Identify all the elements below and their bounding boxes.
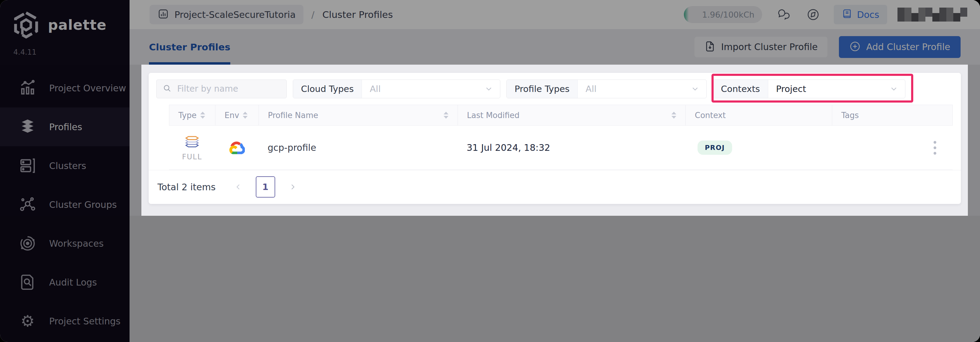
bar-chart-icon	[18, 78, 38, 98]
profile-type-cell: FULL	[169, 134, 215, 161]
cloud-types-value: All	[370, 84, 381, 94]
sidebar-item-label: Audit Logs	[49, 277, 97, 288]
column-header-env[interactable]: Env	[215, 105, 258, 125]
column-label: Context	[695, 111, 726, 120]
topbar: Project-ScaleSecureTutoria / Cluster Pro…	[130, 0, 980, 29]
contexts-select[interactable]: Contexts Project	[713, 80, 905, 98]
sidebar-item-profiles[interactable]: Profiles	[0, 107, 130, 146]
previous-page-button[interactable]	[232, 180, 245, 194]
server-rack-icon	[18, 156, 38, 176]
chevron-down-icon	[484, 84, 493, 94]
redacted-username	[897, 8, 967, 22]
gear-icon: ⚙	[18, 311, 38, 331]
column-label: Env	[224, 111, 239, 120]
context-cell: PROJ	[686, 140, 832, 155]
sidebar-item-label: Project Settings	[49, 316, 121, 326]
chevron-down-icon	[889, 84, 898, 94]
column-label: Last Modified	[467, 111, 519, 120]
chevron-down-icon	[690, 84, 700, 94]
tab-label: Cluster Profiles	[149, 41, 230, 52]
breadcrumb-project-name: Project-ScaleSecureTutoria	[175, 10, 296, 20]
column-label: Tags	[842, 111, 859, 120]
chat-bubbles-icon	[777, 8, 790, 21]
profile-types-select[interactable]: Profile Types All	[506, 80, 706, 98]
sidebar-item-project-overview[interactable]: Project Overview	[0, 68, 130, 107]
add-button-label: Add Cluster Profile	[866, 41, 950, 52]
app-name: palette	[48, 17, 107, 33]
chat-button[interactable]	[775, 6, 792, 23]
sidebar-item-audit-logs[interactable]: Audit Logs	[0, 263, 130, 302]
sort-arrows-icon[interactable]	[444, 112, 449, 119]
chevron-left-icon	[234, 182, 243, 191]
sidebar-item-workspaces[interactable]: Workspaces	[0, 224, 130, 263]
plus-circle-icon	[849, 41, 861, 53]
docs-button[interactable]: Docs	[834, 5, 887, 24]
docs-label: Docs	[857, 10, 879, 20]
sidebar-nav: Project Overview Profiles	[0, 68, 130, 340]
profile-type-label: FULL	[182, 153, 202, 161]
report-chart-icon	[158, 8, 169, 21]
book-icon	[842, 8, 853, 21]
breadcrumb-current-page: Cluster Profiles	[322, 9, 393, 20]
total-items-label: Total 2 items	[158, 182, 216, 192]
profile-name-cell[interactable]: gcp-profile	[258, 142, 458, 153]
page-body: Cloud Types All Profile Types All	[130, 65, 980, 342]
row-actions-kebab-icon[interactable]	[932, 139, 938, 156]
breadcrumb-separator: /	[311, 10, 314, 20]
cloud-types-select[interactable]: Cloud Types All	[293, 80, 500, 98]
audit-doc-icon	[18, 272, 38, 292]
column-header-last-modified[interactable]: Last Modified	[458, 105, 686, 125]
usage-meter: 1.96/100kCh	[684, 6, 762, 23]
filter-bar: Cloud Types All Profile Types All	[149, 73, 961, 105]
search-input[interactable]	[177, 83, 280, 94]
table-row[interactable]: FULL gcp-profile	[169, 126, 953, 170]
tab-header: Cluster Profiles Import Cluster Profile	[130, 29, 980, 65]
compass-icon	[807, 8, 820, 21]
column-label: Profile Name	[268, 111, 318, 120]
sidebar-item-label: Workspaces	[49, 238, 104, 249]
import-cluster-profile-button[interactable]: Import Cluster Profile	[695, 37, 827, 57]
explore-button[interactable]	[805, 6, 822, 23]
column-header-tags: Tags	[832, 105, 953, 125]
sidebar-item-cluster-groups[interactable]: Cluster Groups	[0, 185, 130, 224]
profile-name: gcp-profile	[267, 142, 316, 153]
full-stack-icon	[184, 134, 200, 150]
sidebar-item-project-settings[interactable]: ⚙ Project Settings	[0, 302, 130, 340]
last-modified-cell: 31 Jul 2024, 18:32	[458, 142, 686, 153]
env-cell	[215, 140, 258, 155]
contexts-label: Contexts	[713, 80, 768, 98]
orbit-icon	[18, 233, 38, 253]
sidebar-item-clusters[interactable]: Clusters	[0, 146, 130, 185]
import-button-label: Import Cluster Profile	[721, 41, 818, 52]
sort-arrows-icon[interactable]	[200, 112, 205, 119]
sort-arrows-icon[interactable]	[671, 112, 676, 119]
column-header-context: Context	[686, 105, 832, 125]
sidebar-item-label: Cluster Groups	[49, 199, 117, 210]
profile-types-value: All	[585, 84, 597, 94]
column-label: Type	[178, 111, 197, 120]
app-version: 4.4.11	[0, 39, 130, 56]
add-cluster-profile-button[interactable]: Add Cluster Profile	[839, 36, 961, 58]
sort-arrows-icon[interactable]	[243, 112, 248, 119]
layers-icon	[18, 117, 38, 137]
app-window: palette 4.4.11 Project Overview	[0, 0, 980, 342]
column-header-profile-name[interactable]: Profile Name	[258, 105, 458, 125]
sidebar-item-label: Profiles	[49, 122, 82, 132]
breadcrumb-project-chip[interactable]: Project-ScaleSecureTutoria	[150, 5, 304, 24]
chevron-right-icon	[288, 182, 297, 191]
column-header-type[interactable]: Type	[169, 105, 215, 125]
usage-meter-fill	[684, 6, 689, 23]
next-page-button[interactable]	[285, 180, 299, 194]
palette-logo-icon	[12, 11, 40, 39]
search-box	[156, 80, 287, 98]
search-icon	[162, 84, 172, 94]
cluster-profiles-card: Cloud Types All Profile Types All	[149, 73, 961, 204]
tab-cluster-profiles[interactable]: Cluster Profiles	[149, 29, 230, 65]
sidebar-item-label: Clusters	[49, 161, 86, 171]
context-badge: PROJ	[698, 140, 732, 155]
sidebar: palette 4.4.11 Project Overview	[0, 0, 130, 342]
active-tab-indicator	[149, 62, 230, 65]
page-number-button[interactable]: 1	[256, 176, 275, 197]
file-import-icon	[704, 41, 716, 53]
gcp-icon	[229, 140, 245, 155]
